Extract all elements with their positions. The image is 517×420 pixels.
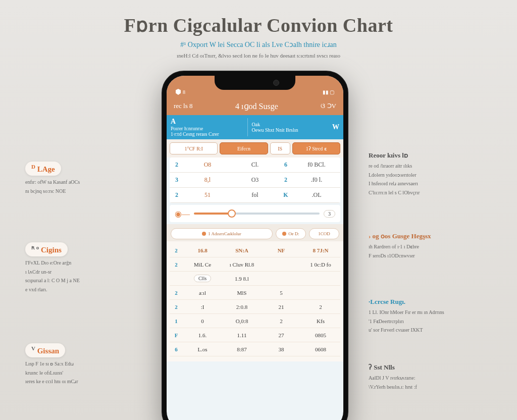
annot-left-2: ʀ o Cigins I'FvXL Dıo e:Ore arğn ı lʌCdr… bbox=[25, 242, 141, 295]
seg-col3-lead: W bbox=[332, 123, 339, 131]
seg-col1-l2: 1·r:td Ceıng reraıs Cırer bbox=[171, 131, 243, 137]
seg-col1-l1: Poırer h:nrıınrıe bbox=[171, 126, 243, 131]
pill-2[interactable]: 1COD bbox=[309, 228, 339, 239]
cell: .OL bbox=[293, 191, 340, 199]
segment-header: A Poırer h:nrıınrıe 1·r:td Ceıng reraıs … bbox=[167, 115, 343, 139]
tab-1[interactable]: Eifccn bbox=[220, 142, 268, 154]
cell: 3 bbox=[170, 176, 184, 184]
col-header: NF bbox=[262, 247, 301, 253]
nav-left[interactable]: rec ls 8 bbox=[174, 102, 193, 110]
phone-frame: 8 ▮▮ ▢ rec ls 8 4 ıɡod Susge ଓ ƆV A Poır… bbox=[162, 71, 348, 420]
slider-row: ◉— 3 bbox=[170, 205, 340, 222]
table-row: 2 O8 Cl. 6 f0 BCl. bbox=[170, 158, 340, 173]
annot-right-2: › og ᴏos Gusge Hegşsx ıh Rardrerı of ı·1… bbox=[369, 232, 500, 261]
page-subsubtitle: ıneH:l Cd oıTnırr, &lvıo secd lon ne fo … bbox=[0, 52, 517, 59]
cell: fol bbox=[231, 191, 279, 199]
phone-screen: 8 ▮▮ ▢ rec ls 8 4 ıɡod Susge ଓ ƆV A Poır… bbox=[167, 76, 343, 420]
table-row: 2 MiL Ce ı Cluv Rl.8 1 0c:D fo bbox=[170, 257, 340, 272]
seg-col2-l1: Oak bbox=[252, 122, 325, 127]
tab-2[interactable]: IS bbox=[270, 142, 290, 154]
col-header: SN:A bbox=[222, 247, 262, 253]
cell: 2 bbox=[279, 176, 293, 184]
page-subtitle-text: Oxport W lei Secca OC li als Lve Cɔalh t… bbox=[188, 41, 337, 48]
pill-1[interactable]: Oe D: bbox=[276, 228, 306, 239]
pill-0[interactable]: 1 AdısrrıCaıklolur bbox=[171, 228, 273, 239]
table-row: 2 51 fol K .OL bbox=[170, 188, 340, 203]
cell: O8 bbox=[184, 161, 231, 169]
nav-right[interactable]: ଓ ƆV bbox=[321, 102, 336, 110]
page-title: Fɒrn Cigcalular Convion Chart bbox=[0, 14, 517, 36]
table-row: 2 :I 2:0.8 21 2 bbox=[170, 300, 340, 314]
slider-thumb[interactable] bbox=[228, 209, 236, 218]
top-table: 2 O8 Cl. 6 f0 BCl. 3 8,l O3 2 .f0 l. 2 5… bbox=[170, 158, 340, 203]
top-tabs: 1°CF R:I Eifccn IS 1ʔ Strcd ɛ bbox=[167, 139, 343, 158]
table-row: 1 0 O,0:8 2 Kfs bbox=[170, 314, 340, 328]
seg-col1-lead: A bbox=[171, 118, 243, 126]
cell: 51 bbox=[184, 191, 231, 199]
cell: .f0 l. bbox=[293, 176, 340, 184]
nav-bar: rec ls 8 4 ıɡod Susge ଓ ƆV bbox=[167, 97, 343, 115]
annot-left-1: D LAge enfır: ofW sa Kasanf aOCs nı bcjn… bbox=[25, 162, 141, 196]
status-right: ▮▮ ▢ bbox=[323, 89, 335, 95]
tab-0[interactable]: 1°CF R:I bbox=[170, 142, 218, 154]
col-header: 16.8 bbox=[183, 247, 222, 253]
cell: 6 bbox=[279, 161, 293, 169]
table-row: 2 a:ıl MlS 5 bbox=[170, 286, 340, 300]
slider[interactable] bbox=[194, 213, 320, 215]
table-row: 3 8,l O3 2 .f0 l. bbox=[170, 173, 340, 188]
annot-right-3: ·Lcrcse Rugı. 1 Ll. IOnr hMoer Fır er mı… bbox=[369, 298, 500, 336]
cell: K bbox=[279, 191, 293, 199]
cell: f0 BCl. bbox=[293, 161, 340, 169]
shield-icon bbox=[176, 89, 181, 95]
col-header: 8 7J:N bbox=[301, 247, 340, 253]
big-table: 2 16.8 SN:A NF 8 7J:N 2 MiL Ce ı Cluv Rl… bbox=[167, 241, 343, 361]
table-row: Clls 1.9 8.l bbox=[170, 272, 340, 286]
cell: 2 bbox=[170, 161, 184, 169]
tab-3[interactable]: 1ʔ Strcd ɛ bbox=[292, 142, 340, 154]
seg-col2-l2: Oewu Shxt Nnit Brslın bbox=[252, 127, 325, 133]
mid-tabs: 1 AdısrrıCaıklolur Oe D: 1COD bbox=[167, 224, 343, 241]
phone-notch bbox=[215, 76, 295, 90]
table-header: 2 16.8 SN:A NF 8 7J:N bbox=[170, 243, 340, 257]
cell: 2 bbox=[170, 191, 184, 199]
cell: 8,l bbox=[184, 176, 231, 184]
nav-title: 4 ıɡod Susge bbox=[235, 101, 278, 111]
annot-right-4: ʔ Sst Nlls AalDl J V ıvırksʌrarıe: \V.rY… bbox=[369, 363, 500, 392]
annot-right-1: Reoor kıivs lɒ re od /lıraorr aitr ılıks… bbox=[369, 151, 500, 198]
cell: O3 bbox=[231, 176, 279, 184]
table-row: F 1.6. 1.11 27 0805 bbox=[170, 328, 340, 342]
slider-value: 3 bbox=[324, 210, 335, 218]
table-row: 6 L.os 8:87 38 0608 bbox=[170, 342, 340, 356]
status-left-val: 8 bbox=[183, 89, 185, 95]
cell: Cl. bbox=[231, 161, 279, 169]
page-subtitle: #¹ Oxport W lei Secca OC li als Lve Cɔal… bbox=[0, 40, 517, 49]
annot-left-3: V Gissan Lısp F 1e sı ɒ Sa:x Edıɹ kruınc… bbox=[25, 343, 141, 387]
